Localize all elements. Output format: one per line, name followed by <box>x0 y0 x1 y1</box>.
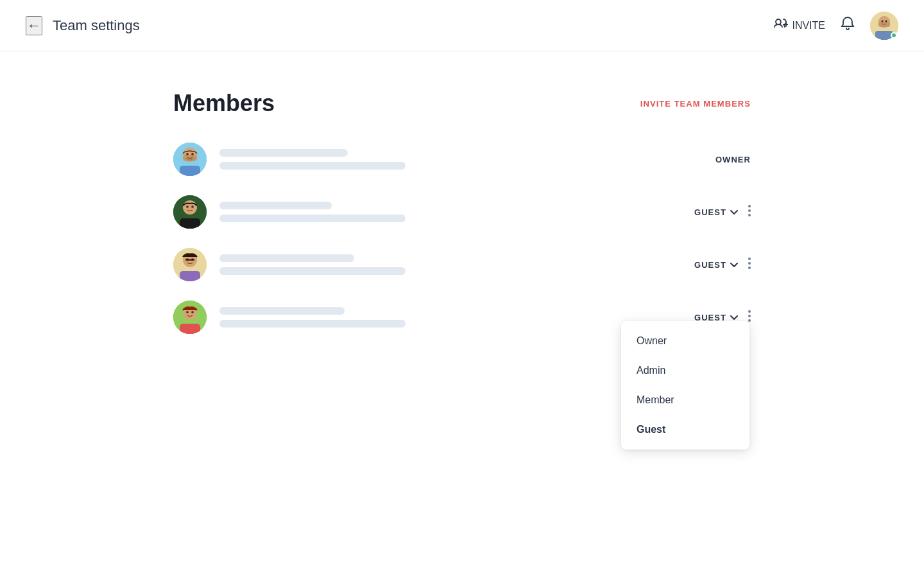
page-title: Team settings <box>53 17 140 34</box>
dropdown-item-member[interactable]: Member <box>621 385 749 415</box>
member-email-skeleton <box>219 162 406 170</box>
more-options-icon[interactable] <box>748 205 751 220</box>
svg-point-33 <box>748 262 751 265</box>
svg-point-5 <box>882 20 884 22</box>
svg-rect-29 <box>185 259 194 261</box>
role-dropdown[interactable]: GUEST <box>694 259 738 270</box>
back-button[interactable]: ← <box>26 16 42 35</box>
member-info <box>219 202 406 222</box>
table-row: GUEST <box>173 195 751 229</box>
svg-point-23 <box>748 209 751 212</box>
role-dropdown-label: GUEST <box>694 260 726 270</box>
avatar <box>173 301 207 334</box>
role-dropdown-label: GUEST <box>694 207 726 217</box>
header: ← Team settings INVITE <box>0 0 924 51</box>
svg-point-38 <box>191 311 194 313</box>
member-left <box>173 195 406 229</box>
members-header: Members INVITE TEAM MEMBERS <box>173 90 751 117</box>
avatar <box>173 143 207 176</box>
svg-point-43 <box>748 319 751 322</box>
table-row: OWNER <box>173 143 751 176</box>
svg-point-17 <box>183 200 197 215</box>
avatar <box>173 248 207 281</box>
member-left <box>173 248 406 281</box>
add-person-icon <box>774 18 788 33</box>
svg-point-34 <box>748 267 751 269</box>
member-info <box>219 307 406 328</box>
member-role: GUEST <box>694 258 751 272</box>
members-title: Members <box>173 90 275 117</box>
svg-point-12 <box>186 153 189 155</box>
dropdown-item-guest[interactable]: Guest <box>621 415 749 444</box>
member-info <box>219 254 406 275</box>
svg-point-37 <box>186 311 189 313</box>
more-options-icon[interactable] <box>748 310 751 325</box>
member-role: OWNER <box>715 155 751 164</box>
member-role: GUEST <box>694 205 751 220</box>
chevron-down-icon <box>730 259 738 270</box>
invite-label: INVITE <box>792 20 825 31</box>
role-label: OWNER <box>715 155 751 164</box>
svg-rect-40 <box>180 324 200 334</box>
svg-point-22 <box>748 205 751 207</box>
svg-point-13 <box>191 153 194 155</box>
back-arrow-icon: ← <box>27 17 41 34</box>
user-avatar-container[interactable] <box>870 12 898 40</box>
svg-point-41 <box>748 310 751 313</box>
member-left <box>173 301 406 334</box>
role-dropdown[interactable]: GUEST <box>694 207 738 217</box>
avatar <box>173 195 207 229</box>
svg-point-24 <box>748 214 751 216</box>
svg-rect-31 <box>180 271 200 281</box>
member-email-skeleton <box>219 215 406 222</box>
more-options-icon[interactable] <box>748 258 751 272</box>
header-right: INVITE <box>774 12 898 40</box>
dropdown-item-admin[interactable]: Admin <box>621 356 749 385</box>
member-info <box>219 149 406 170</box>
svg-point-19 <box>191 206 194 208</box>
member-email-skeleton <box>219 267 406 275</box>
online-status-dot <box>891 32 897 39</box>
svg-point-42 <box>748 315 751 317</box>
member-left <box>173 143 406 176</box>
member-name-skeleton <box>219 254 354 262</box>
member-email-skeleton <box>219 320 406 328</box>
member-list: OWNER <box>173 143 751 334</box>
svg-point-32 <box>748 258 751 260</box>
dropdown-item-owner[interactable]: Owner <box>621 326 749 356</box>
table-row: GUEST <box>173 248 751 281</box>
chevron-down-icon <box>730 207 738 217</box>
member-name-skeleton <box>219 149 348 157</box>
invite-button[interactable]: INVITE <box>774 18 825 33</box>
svg-point-6 <box>886 20 887 22</box>
svg-rect-15 <box>180 166 200 176</box>
member-name-skeleton <box>219 202 332 209</box>
header-left: ← Team settings <box>26 16 140 35</box>
invite-team-members-button[interactable]: INVITE TEAM MEMBERS <box>640 99 751 109</box>
notification-bell-icon[interactable] <box>841 16 855 35</box>
svg-rect-21 <box>180 218 200 229</box>
svg-point-18 <box>186 206 189 208</box>
role-dropdown-menu: Owner Admin Member Guest <box>621 321 749 450</box>
member-name-skeleton <box>219 307 345 315</box>
